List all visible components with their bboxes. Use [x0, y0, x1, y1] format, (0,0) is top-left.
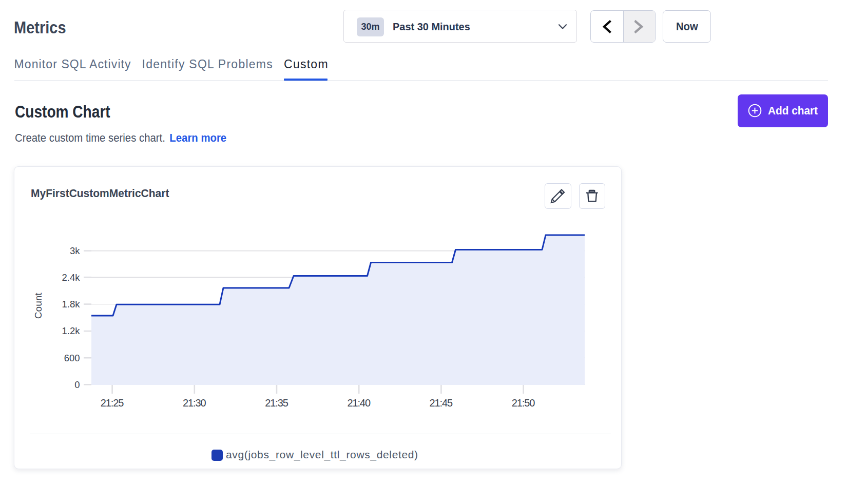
svg-text:21:25: 21:25	[101, 397, 124, 409]
svg-text:2.4k: 2.4k	[62, 272, 81, 283]
svg-text:21:45: 21:45	[430, 397, 453, 409]
svg-text:1.8k: 1.8k	[62, 299, 81, 309]
svg-text:21:35: 21:35	[265, 397, 288, 409]
svg-text:21:40: 21:40	[347, 397, 371, 409]
svg-text:21:30: 21:30	[183, 397, 206, 409]
svg-text:Count: Count	[33, 293, 44, 319]
svg-text:0: 0	[74, 379, 80, 390]
svg-text:1.2k: 1.2k	[62, 325, 81, 336]
svg-text:3k: 3k	[70, 245, 80, 256]
svg-text:21:50: 21:50	[512, 397, 535, 409]
svg-text:600: 600	[64, 353, 80, 363]
